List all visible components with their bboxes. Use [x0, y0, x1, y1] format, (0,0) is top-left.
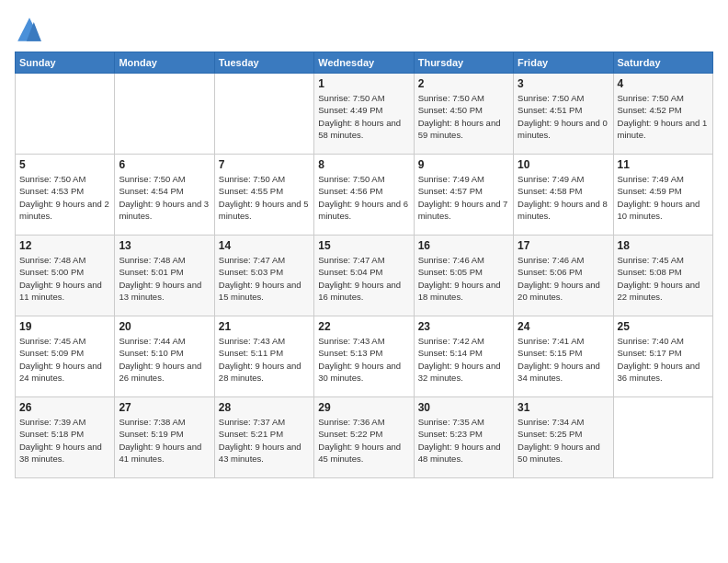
day-number: 8 [318, 158, 409, 171]
calendar-cell [214, 74, 313, 155]
calendar-table: SundayMondayTuesdayWednesdayThursdayFrid… [15, 52, 713, 478]
header-cell-wednesday: Wednesday [314, 52, 414, 74]
day-info: Sunrise: 7:43 AMSunset: 5:13 PMDaylight:… [318, 335, 409, 384]
day-info: Sunrise: 7:45 AMSunset: 5:08 PMDaylight:… [618, 254, 709, 303]
day-number: 23 [418, 320, 509, 333]
calendar-cell: 16Sunrise: 7:46 AMSunset: 5:05 PMDayligh… [414, 236, 513, 316]
day-number: 1 [318, 77, 409, 90]
day-number: 29 [318, 401, 409, 414]
day-number: 10 [518, 158, 609, 171]
day-number: 30 [418, 401, 509, 414]
day-info: Sunrise: 7:48 AMSunset: 5:00 PMDaylight:… [19, 254, 110, 303]
calendar-cell: 12Sunrise: 7:48 AMSunset: 5:00 PMDayligh… [16, 236, 115, 316]
day-info: Sunrise: 7:42 AMSunset: 5:14 PMDaylight:… [418, 335, 509, 384]
day-info: Sunrise: 7:50 AMSunset: 4:51 PMDaylight:… [518, 92, 609, 141]
day-number: 2 [418, 77, 509, 90]
day-info: Sunrise: 7:47 AMSunset: 5:03 PMDaylight:… [219, 254, 310, 303]
calendar-cell: 17Sunrise: 7:46 AMSunset: 5:06 PMDayligh… [514, 236, 613, 316]
calendar-cell [16, 74, 115, 155]
day-info: Sunrise: 7:50 AMSunset: 4:49 PMDaylight:… [318, 92, 409, 141]
calendar-cell: 1Sunrise: 7:50 AMSunset: 4:49 PMDaylight… [314, 74, 414, 155]
day-number: 17 [518, 239, 609, 252]
day-number: 13 [119, 239, 210, 252]
header-cell-thursday: Thursday [414, 52, 513, 74]
day-number: 15 [318, 239, 409, 252]
header-cell-sunday: Sunday [16, 52, 115, 74]
calendar-cell: 22Sunrise: 7:43 AMSunset: 5:13 PMDayligh… [314, 316, 414, 397]
calendar-cell: 29Sunrise: 7:36 AMSunset: 5:22 PMDayligh… [314, 397, 414, 478]
day-info: Sunrise: 7:50 AMSunset: 4:56 PMDaylight:… [318, 173, 409, 222]
day-info: Sunrise: 7:45 AMSunset: 5:09 PMDaylight:… [19, 335, 110, 384]
calendar-cell: 23Sunrise: 7:42 AMSunset: 5:14 PMDayligh… [414, 316, 513, 397]
day-info: Sunrise: 7:40 AMSunset: 5:17 PMDaylight:… [618, 335, 709, 384]
day-info: Sunrise: 7:46 AMSunset: 5:06 PMDaylight:… [518, 254, 609, 303]
calendar-cell: 9Sunrise: 7:49 AMSunset: 4:57 PMDaylight… [414, 155, 513, 236]
calendar-cell: 28Sunrise: 7:37 AMSunset: 5:21 PMDayligh… [214, 397, 313, 478]
calendar-cell: 15Sunrise: 7:47 AMSunset: 5:04 PMDayligh… [314, 236, 414, 316]
day-number: 27 [119, 401, 210, 414]
calendar-cell: 18Sunrise: 7:45 AMSunset: 5:08 PMDayligh… [613, 236, 712, 316]
header-cell-tuesday: Tuesday [214, 52, 313, 74]
logo-icon [15, 15, 44, 44]
day-number: 11 [618, 158, 709, 171]
logo [15, 15, 48, 44]
day-info: Sunrise: 7:39 AMSunset: 5:18 PMDaylight:… [19, 416, 110, 465]
header-cell-monday: Monday [115, 52, 214, 74]
header-cell-friday: Friday [514, 52, 613, 74]
day-number: 6 [119, 158, 210, 171]
calendar-cell: 10Sunrise: 7:49 AMSunset: 4:58 PMDayligh… [514, 155, 613, 236]
calendar-cell: 3Sunrise: 7:50 AMSunset: 4:51 PMDaylight… [514, 74, 613, 155]
calendar-cell: 19Sunrise: 7:45 AMSunset: 5:09 PMDayligh… [16, 316, 115, 397]
calendar-cell: 7Sunrise: 7:50 AMSunset: 4:55 PMDaylight… [214, 155, 313, 236]
day-number: 3 [518, 77, 609, 90]
calendar-cell: 6Sunrise: 7:50 AMSunset: 4:54 PMDaylight… [115, 155, 214, 236]
day-info: Sunrise: 7:41 AMSunset: 5:15 PMDaylight:… [518, 335, 609, 384]
calendar-cell: 8Sunrise: 7:50 AMSunset: 4:56 PMDaylight… [314, 155, 414, 236]
calendar-cell: 21Sunrise: 7:43 AMSunset: 5:11 PMDayligh… [214, 316, 313, 397]
header-cell-saturday: Saturday [613, 52, 712, 74]
day-number: 4 [618, 77, 709, 90]
calendar-cell: 25Sunrise: 7:40 AMSunset: 5:17 PMDayligh… [613, 316, 712, 397]
calendar-body: 1Sunrise: 7:50 AMSunset: 4:49 PMDaylight… [16, 74, 713, 478]
calendar-cell: 4Sunrise: 7:50 AMSunset: 4:52 PMDaylight… [613, 74, 712, 155]
calendar-cell: 31Sunrise: 7:34 AMSunset: 5:25 PMDayligh… [514, 397, 613, 478]
day-info: Sunrise: 7:50 AMSunset: 4:52 PMDaylight:… [618, 92, 709, 141]
day-info: Sunrise: 7:50 AMSunset: 4:54 PMDaylight:… [119, 173, 210, 222]
calendar-cell [115, 74, 214, 155]
calendar-cell: 14Sunrise: 7:47 AMSunset: 5:03 PMDayligh… [214, 236, 313, 316]
day-number: 28 [219, 401, 310, 414]
day-info: Sunrise: 7:43 AMSunset: 5:11 PMDaylight:… [219, 335, 310, 384]
day-info: Sunrise: 7:49 AMSunset: 4:57 PMDaylight:… [418, 173, 509, 222]
day-number: 19 [19, 320, 110, 333]
day-info: Sunrise: 7:47 AMSunset: 5:04 PMDaylight:… [318, 254, 409, 303]
day-number: 7 [219, 158, 310, 171]
calendar-cell: 26Sunrise: 7:39 AMSunset: 5:18 PMDayligh… [16, 397, 115, 478]
day-info: Sunrise: 7:49 AMSunset: 4:59 PMDaylight:… [618, 173, 709, 222]
calendar-cell: 24Sunrise: 7:41 AMSunset: 5:15 PMDayligh… [514, 316, 613, 397]
page-header [15, 15, 713, 44]
week-row-5: 26Sunrise: 7:39 AMSunset: 5:18 PMDayligh… [16, 397, 713, 478]
day-info: Sunrise: 7:36 AMSunset: 5:22 PMDaylight:… [318, 416, 409, 465]
day-number: 31 [518, 401, 609, 414]
calendar-cell: 27Sunrise: 7:38 AMSunset: 5:19 PMDayligh… [115, 397, 214, 478]
day-info: Sunrise: 7:50 AMSunset: 4:50 PMDaylight:… [418, 92, 509, 141]
day-info: Sunrise: 7:46 AMSunset: 5:05 PMDaylight:… [418, 254, 509, 303]
day-number: 25 [618, 320, 709, 333]
day-number: 24 [518, 320, 609, 333]
week-row-3: 12Sunrise: 7:48 AMSunset: 5:00 PMDayligh… [16, 236, 713, 316]
calendar-header: SundayMondayTuesdayWednesdayThursdayFrid… [16, 52, 713, 74]
day-info: Sunrise: 7:48 AMSunset: 5:01 PMDaylight:… [119, 254, 210, 303]
calendar-cell: 13Sunrise: 7:48 AMSunset: 5:01 PMDayligh… [115, 236, 214, 316]
week-row-1: 1Sunrise: 7:50 AMSunset: 4:49 PMDaylight… [16, 74, 713, 155]
day-info: Sunrise: 7:50 AMSunset: 4:53 PMDaylight:… [19, 173, 110, 222]
day-info: Sunrise: 7:37 AMSunset: 5:21 PMDaylight:… [219, 416, 310, 465]
day-number: 21 [219, 320, 310, 333]
day-number: 16 [418, 239, 509, 252]
calendar-cell: 30Sunrise: 7:35 AMSunset: 5:23 PMDayligh… [414, 397, 513, 478]
header-row: SundayMondayTuesdayWednesdayThursdayFrid… [16, 52, 713, 74]
day-number: 14 [219, 239, 310, 252]
day-number: 9 [418, 158, 509, 171]
day-number: 18 [618, 239, 709, 252]
week-row-2: 5Sunrise: 7:50 AMSunset: 4:53 PMDaylight… [16, 155, 713, 236]
day-info: Sunrise: 7:38 AMSunset: 5:19 PMDaylight:… [119, 416, 210, 465]
